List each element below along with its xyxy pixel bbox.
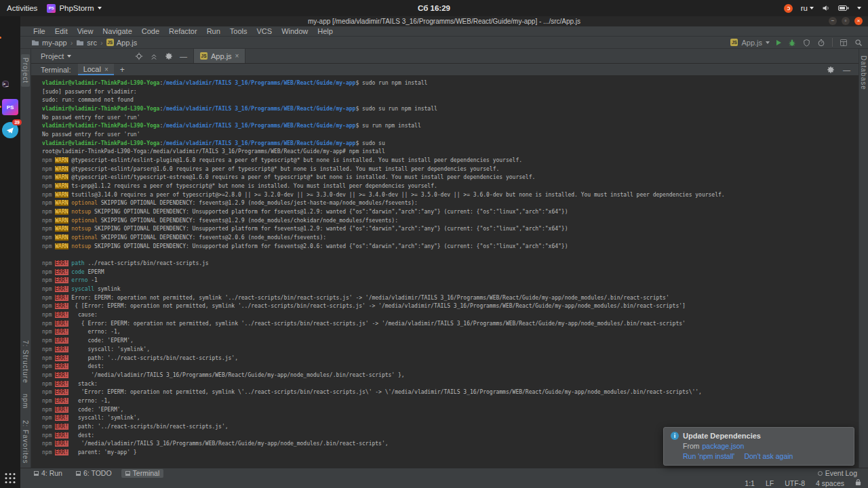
keyboard-layout-indicator[interactable]: ru bbox=[801, 4, 814, 12]
coverage-button[interactable] bbox=[803, 39, 810, 47]
locate-icon[interactable] bbox=[135, 52, 143, 60]
close-icon[interactable]: × bbox=[235, 52, 239, 60]
project-panel-toolbar: — bbox=[135, 52, 193, 60]
toolwindow-button-run[interactable]: 4: Run bbox=[30, 469, 66, 478]
terminal-line: npm ERR! path: '../react-scripts/bin/rea… bbox=[42, 354, 859, 363]
terminal-line: npm ERR! syscall: 'symlink', bbox=[42, 346, 859, 354]
toolwindow-button-terminal[interactable]: Terminal bbox=[121, 469, 164, 478]
project-panel-title: Project bbox=[41, 52, 64, 60]
terminal-line: npm WARN @typescript-eslint/typescript-e… bbox=[42, 174, 859, 182]
terminal-line: npm WARN optional SKIPPING OPTIONAL DEPE… bbox=[42, 217, 859, 226]
gear-icon[interactable] bbox=[165, 52, 173, 60]
status-bar: 1:1 LF UTF-8 4 spaces bbox=[20, 478, 868, 488]
clock[interactable]: Сб 16:29 bbox=[418, 4, 450, 12]
search-everywhere-button[interactable] bbox=[854, 39, 863, 47]
system-menu-chevron-icon[interactable] bbox=[857, 7, 861, 9]
layout-settings-icon[interactable] bbox=[840, 39, 848, 47]
firefox-app-icon[interactable] bbox=[2, 30, 18, 46]
editor-tabs: JS App.js × bbox=[194, 49, 245, 63]
terminal-line: root@vladimir-ThinkPad-L390-Yoga:/media/… bbox=[42, 148, 859, 157]
breadcrumb-src[interactable]: src bbox=[76, 39, 97, 47]
terminal-tab-local[interactable]: Local × bbox=[78, 64, 114, 75]
run-configuration-selector[interactable]: JS App.js bbox=[730, 39, 770, 47]
maximize-button[interactable]: ▫ bbox=[842, 17, 850, 25]
terminal-line: npm ERR! errno: -1, bbox=[42, 397, 859, 406]
phpstorm-app-menu[interactable]: PS PhpStorm bbox=[47, 4, 101, 13]
event-log-button[interactable]: Event Log bbox=[814, 469, 861, 478]
telegram-app-icon[interactable]: 39 bbox=[2, 122, 18, 138]
terminal-line: [sudo] password for vladimir: bbox=[42, 88, 859, 97]
files-app-icon[interactable] bbox=[2, 53, 18, 69]
run-button[interactable] bbox=[776, 40, 781, 45]
desktop: >_ PS 39 my-app [/media/vladimir/TAILS 3… bbox=[0, 16, 868, 488]
window-title-bar[interactable]: my-app [/media/vladimir/TAILS 3_16/Progr… bbox=[20, 16, 868, 26]
menu-item-view[interactable]: View bbox=[73, 27, 98, 35]
package-json-link[interactable]: package.json bbox=[703, 442, 745, 450]
event-log-label: Event Log bbox=[825, 469, 857, 477]
breadcrumb-app-js[interactable]: JS App.js bbox=[106, 39, 138, 47]
run-configuration-label: App.js bbox=[741, 39, 762, 47]
terminal-line: npm ERR! path ../react-scripts/bin/react… bbox=[42, 260, 859, 268]
tool-stripe-structure[interactable]: 7: Structure bbox=[22, 340, 29, 384]
menu-item-help[interactable]: Help bbox=[313, 27, 338, 35]
battery-icon[interactable] bbox=[838, 5, 849, 12]
terminal-line: npm WARN notsup SKIPPING OPTIONAL DEPEND… bbox=[42, 208, 859, 217]
minimize-button[interactable]: − bbox=[829, 17, 837, 25]
line-separator-widget[interactable]: LF bbox=[766, 479, 774, 487]
toolwindow-button-todo[interactable]: 6: TODO bbox=[72, 469, 116, 478]
toolwindow-bar-right: Event Log bbox=[814, 469, 868, 478]
close-icon[interactable]: × bbox=[104, 66, 108, 73]
toolbar-separator bbox=[832, 38, 833, 47]
terminal-line: npm WARN ts-pnp@1.1.2 requires a peer of… bbox=[42, 182, 859, 191]
hide-panel-icon[interactable]: — bbox=[843, 66, 850, 74]
activities-button[interactable]: Activities bbox=[7, 4, 37, 12]
show-applications-button[interactable] bbox=[5, 473, 16, 483]
update-dependencies-notification: i Update Dependencies From package.json … bbox=[663, 427, 854, 466]
readonly-lock-icon[interactable] bbox=[855, 479, 861, 487]
terminal-panel-label: Terminal: bbox=[31, 66, 71, 74]
menu-item-code[interactable]: Code bbox=[137, 27, 164, 35]
terminal-line: No passwd entry for user 'run' bbox=[42, 131, 859, 140]
encoding-widget[interactable]: UTF-8 bbox=[785, 479, 805, 487]
dont-ask-again-link[interactable]: Don't ask again bbox=[744, 452, 793, 460]
terminal-line: npm WARN optional SKIPPING OPTIONAL DEPE… bbox=[42, 234, 859, 243]
gear-icon[interactable] bbox=[827, 66, 835, 74]
caret-position-widget[interactable]: 1:1 bbox=[745, 479, 755, 487]
tool-stripe-database[interactable]: Database bbox=[860, 56, 867, 90]
chevron-down-icon bbox=[810, 7, 814, 9]
hide-panel-icon[interactable]: — bbox=[180, 52, 187, 60]
editor-tab-app-js[interactable]: JS App.js × bbox=[194, 49, 245, 63]
phpstorm-app-icon[interactable]: PS bbox=[2, 99, 18, 115]
menu-item-run[interactable]: Run bbox=[202, 27, 225, 35]
tool-stripe-favorites[interactable]: 2: Favorites bbox=[22, 420, 29, 464]
indent-widget[interactable]: 4 spaces bbox=[816, 479, 844, 487]
tool-stripe-npm[interactable]: npm bbox=[22, 394, 29, 409]
volume-icon[interactable] bbox=[822, 4, 830, 12]
menu-item-vcs[interactable]: VCS bbox=[252, 27, 277, 35]
software-update-icon[interactable] bbox=[784, 4, 793, 13]
notification-body: From package.json bbox=[683, 442, 847, 450]
tool-stripe-project[interactable]: Project bbox=[21, 54, 30, 87]
menu-item-navigate[interactable]: Navigate bbox=[98, 27, 136, 35]
collapse-all-icon[interactable] bbox=[150, 52, 158, 60]
close-button[interactable]: × bbox=[854, 17, 863, 25]
project-panel-header[interactable]: Project — bbox=[31, 49, 194, 63]
terminal-line: vladimir@vladimir-ThinkPad-L390-Yoga:/me… bbox=[42, 79, 859, 88]
menu-item-refactor[interactable]: Refactor bbox=[164, 27, 202, 35]
run-npm-install-link[interactable]: Run 'npm install' bbox=[683, 452, 734, 460]
terminal-app-icon[interactable]: >_ bbox=[2, 76, 18, 92]
menu-item-file[interactable]: File bbox=[28, 27, 50, 35]
terminal-line: npm WARN notsup SKIPPING OPTIONAL DEPEND… bbox=[42, 225, 859, 234]
breadcrumb-label: App.js bbox=[117, 39, 138, 47]
breadcrumb-my-app[interactable]: my-app bbox=[31, 39, 67, 47]
breadcrumb-label: src bbox=[87, 39, 97, 47]
notification-title: Update Dependencies bbox=[683, 432, 761, 440]
menu-item-edit[interactable]: Edit bbox=[50, 27, 73, 35]
new-terminal-tab-button[interactable]: + bbox=[120, 65, 125, 75]
menu-item-tools[interactable]: Tools bbox=[225, 27, 252, 35]
menu-item-window[interactable]: Window bbox=[277, 27, 313, 35]
profiler-button[interactable] bbox=[817, 39, 825, 47]
debug-button[interactable] bbox=[788, 39, 796, 47]
ide-body: Project 7: Structure npm 2: Favorites Pr… bbox=[20, 49, 868, 468]
terminal-output[interactable]: vladimir@vladimir-ThinkPad-L390-Yoga:/me… bbox=[31, 76, 859, 468]
